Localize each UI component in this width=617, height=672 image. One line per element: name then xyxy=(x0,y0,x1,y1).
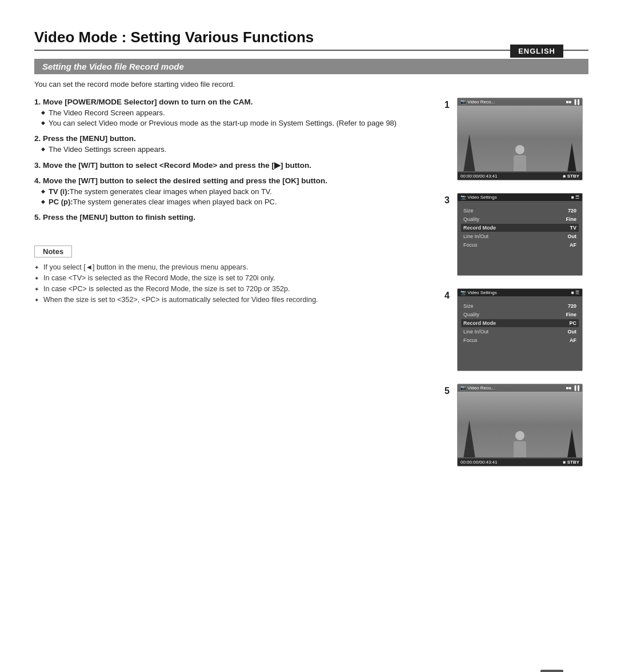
screen-5-top-bar: 📷 Video Reco... ■■ ▐▐ xyxy=(458,384,582,392)
step-1-title: 1. Move [POWER/MODE Selector] down to tu… xyxy=(34,98,443,106)
screen-5-label: 📷 Video Reco... xyxy=(460,385,495,391)
screen-3-label: 📷 Video Settings xyxy=(460,195,497,200)
screen-1-time: 00:00:00/00:43:41 xyxy=(460,174,498,179)
screen-1-top-bar: 📷 Video Reco... ■■ ▐▐ xyxy=(458,98,582,106)
main-layout: 1. Move [POWER/MODE Selector] down to tu… xyxy=(34,98,588,473)
intro-text: You can set the record mode before start… xyxy=(34,80,588,88)
page-title: Video Mode : Setting Various Functions xyxy=(34,29,588,51)
screen-number-1: 1 xyxy=(444,100,450,110)
screenshots-column: 1 📷 Video Reco... ■■ ▐▐ xyxy=(457,98,588,473)
step-1-bullet-2: You can select Video mode or Previous mo… xyxy=(41,119,443,127)
screen-5-time: 00:00:00/00:43:41 xyxy=(460,460,498,465)
person-torso-5 xyxy=(514,441,526,457)
person-head-1 xyxy=(515,145,524,154)
menu-4-record-mode: Record Mode PC xyxy=(461,319,579,327)
screen-3-top-bar: 📷 Video Settings ■ ☰ xyxy=(458,194,582,201)
step-2: 2. Press the [MENU] button. The Video Se… xyxy=(34,134,443,154)
page-number: 47 xyxy=(540,670,563,672)
screen-1-stby: ■ STBY xyxy=(563,174,579,179)
screen-number-5: 5 xyxy=(444,386,450,396)
screen-wrapper-1: 1 📷 Video Reco... ■■ ▐▐ xyxy=(457,98,588,180)
screen-wrapper-5: 5 📷 Video Reco... ■■ ▐▐ xyxy=(457,384,588,466)
step-4-title: 4. Move the [W/T] button to select the d… xyxy=(34,176,443,185)
person-torso-1 xyxy=(514,155,526,171)
menu-3-quality: Quality Fine xyxy=(461,215,579,223)
screen-5-stby: ■ STBY xyxy=(563,460,579,465)
section-header: Setting the Video file Record mode xyxy=(34,59,588,74)
step-5: 5. Press the [MENU] button to finish set… xyxy=(34,213,443,222)
step-1: 1. Move [POWER/MODE Selector] down to tu… xyxy=(34,98,443,127)
screen-4-menu: Size 720 Quality Fine Record Mode PC xyxy=(458,300,582,371)
step-4: 4. Move the [W/T] button to select the d… xyxy=(34,176,443,206)
screen-4-icons: ■ ☰ xyxy=(571,290,579,295)
screen-3-icons: ■ ☰ xyxy=(571,195,579,200)
cam-screen-1: 📷 Video Reco... ■■ ▐▐ 00:00:00/00:43: xyxy=(458,98,582,180)
step-3-title: 3. Move the [W/T] button to select <Reco… xyxy=(34,160,443,170)
step-1-bullet-1: The Video Record Screen appears. xyxy=(41,108,443,117)
screen-3-menu: Size 720 Quality Fine Record Mode TV xyxy=(458,204,582,275)
screen-number-3: 3 xyxy=(444,195,450,206)
note-4: When the size is set to <352>, <PC> is a… xyxy=(34,296,443,304)
screen-wrapper-3: 3 📷 Video Settings ■ ☰ Size 720 xyxy=(457,193,588,276)
cam-screen-5: 📷 Video Reco... ■■ ▐▐ 00:00:00/00:43:41 xyxy=(458,384,582,466)
note-1: If you select [◄] button in the menu, th… xyxy=(34,263,443,271)
cam-screen-4: 📷 Video Settings ■ ☰ Size 720 Quality Fi… xyxy=(458,289,582,371)
screen-1-icons: ■■ ▐▐ xyxy=(566,99,579,104)
english-badge: ENGLISH xyxy=(510,45,563,58)
note-2: In case <TV> is selected as the Record M… xyxy=(34,274,443,282)
step-4-bullet-pc: PC (p): The system generates clear image… xyxy=(41,198,443,206)
notes-section: Notes If you select [◄] button in the me… xyxy=(34,246,443,304)
step-2-title: 2. Press the [MENU] button. xyxy=(34,134,443,143)
step-4-bullet-tv: TV (i): The system generates clear image… xyxy=(41,187,443,196)
screen-4-label: 📷 Video Settings xyxy=(460,290,497,295)
notes-label: Notes xyxy=(34,246,72,257)
person-head-5 xyxy=(515,431,524,440)
person-1 xyxy=(514,145,526,171)
step-5-title: 5. Press the [MENU] button to finish set… xyxy=(34,213,443,222)
step-2-bullet-1: The Video Settings screen appears. xyxy=(41,145,443,154)
screen-panel-5: 📷 Video Reco... ■■ ▐▐ 00:00:00/00:43:41 xyxy=(457,384,583,466)
note-3: In case <PC> is selected as the Record M… xyxy=(34,285,443,293)
menu-3-record-mode: Record Mode TV xyxy=(461,224,579,232)
screen-panel-4: 📷 Video Settings ■ ☰ Size 720 Quality Fi… xyxy=(457,288,583,371)
screen-number-4: 4 xyxy=(444,291,450,301)
screen-4-top-bar: 📷 Video Settings ■ ☰ xyxy=(458,289,582,296)
content-column: 1. Move [POWER/MODE Selector] down to tu… xyxy=(34,98,443,473)
screen-wrapper-4: 4 📷 Video Settings ■ ☰ Size 720 xyxy=(457,288,588,371)
person-5 xyxy=(514,431,526,457)
screen-panel-3: 📷 Video Settings ■ ☰ Size 720 Quality Fi… xyxy=(457,193,583,276)
menu-4-line-in-out: Line In/Out Out xyxy=(461,328,579,336)
screen-5-bottom-bar: 00:00:00/00:43:41 ■ STBY xyxy=(458,458,582,466)
menu-4-size: Size 720 xyxy=(461,302,579,310)
menu-4-focus: Focus AF xyxy=(461,336,579,344)
menu-3-focus: Focus AF xyxy=(461,241,579,249)
menu-3-line-in-out: Line In/Out Out xyxy=(461,232,579,240)
menu-3-size: Size 720 xyxy=(461,207,579,215)
menu-4-quality: Quality Fine xyxy=(461,311,579,319)
step-3: 3. Move the [W/T] button to select <Reco… xyxy=(34,160,443,170)
screen-1-label: 📷 Video Reco... xyxy=(460,99,495,104)
cam-screen-3: 📷 Video Settings ■ ☰ Size 720 Quality Fi… xyxy=(458,194,582,275)
screen-1-bottom-bar: 00:00:00/00:43:41 ■ STBY xyxy=(458,172,582,180)
screen-5-icons: ■■ ▐▐ xyxy=(566,385,579,391)
screen-panel-1: 📷 Video Reco... ■■ ▐▐ 00:00:00/00:43: xyxy=(457,98,583,180)
